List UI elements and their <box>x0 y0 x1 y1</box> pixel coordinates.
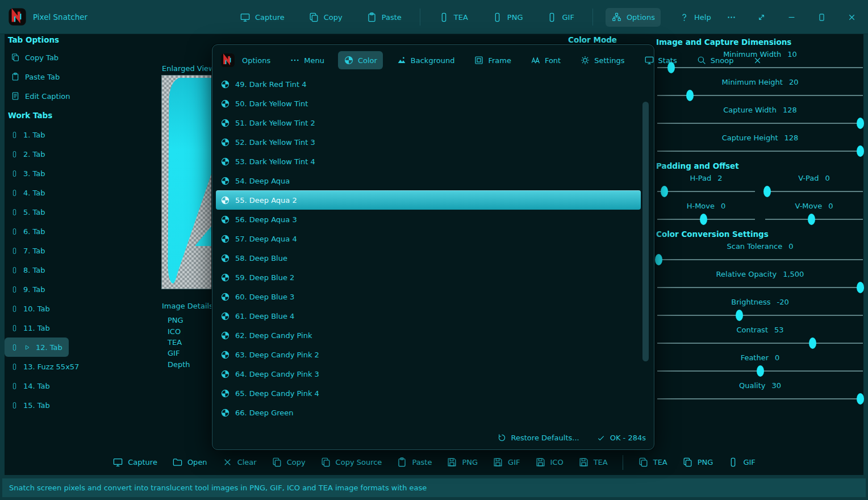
work-tab-10-tab[interactable]: 10. Tab <box>5 299 56 318</box>
work-tab-5-tab[interactable]: 5. Tab <box>5 202 52 222</box>
v-move-slider-track[interactable] <box>764 213 864 226</box>
color-item-57-deep-aqua-4[interactable]: 57. Deep Aqua 4 <box>216 229 641 248</box>
sidebar-edit-caption-button[interactable]: Edit Caption <box>5 86 77 106</box>
dialog-tab-settings[interactable]: Settings <box>574 51 630 69</box>
color-item-65-deep-candy-pink-4[interactable]: 65. Deep Candy Pink 4 <box>216 384 641 403</box>
ok-button[interactable]: OK - 284s <box>596 434 646 443</box>
color-item-53-dark-yellow-tint-4[interactable]: 53. Dark Yellow Tint 4 <box>216 152 641 171</box>
v-move-slider-thumb[interactable] <box>808 214 815 225</box>
scan-tolerance-slider-thumb[interactable] <box>655 254 662 265</box>
v-pad-slider-thumb[interactable] <box>763 186 771 197</box>
bottombar-paste-button[interactable]: Paste <box>397 457 432 468</box>
work-tab-2-tab[interactable]: 2. Tab <box>5 144 52 164</box>
feather-slider-thumb[interactable] <box>757 365 764 377</box>
h-pad-slider-track[interactable] <box>656 185 756 198</box>
expand-button[interactable] <box>757 13 766 22</box>
work-tab-7-tab[interactable]: 7. Tab <box>5 241 52 260</box>
bottombar-copy-button[interactable]: Copy <box>272 457 306 468</box>
bottombar-gif-button[interactable]: GIF <box>728 457 755 468</box>
sidebar-copy-tab-button[interactable]: Copy Tab <box>5 48 65 67</box>
color-item-54-deep-aqua[interactable]: 54. Deep Aqua <box>216 171 641 190</box>
color-item-63-deep-candy-pink-2[interactable]: 63. Deep Candy Pink 2 <box>216 345 641 364</box>
minimum-height-slider-thumb[interactable] <box>686 90 694 101</box>
color-item-56-deep-aqua-3[interactable]: 56. Deep Aqua 3 <box>216 210 641 229</box>
color-item-49-dark-red-tint-4[interactable]: 49. Dark Red Tint 4 <box>216 74 641 94</box>
contrast-slider-thumb[interactable] <box>809 338 816 349</box>
restore-defaults-button[interactable]: Restore Defaults... <box>497 433 579 443</box>
topbar-options-button[interactable]: Options <box>606 8 661 27</box>
work-tab-3-tab[interactable]: 3. Tab <box>5 164 52 183</box>
h-move-slider-track[interactable] <box>656 213 756 226</box>
brightness-slider-thumb[interactable] <box>736 310 743 321</box>
color-item-62-deep-candy-pink[interactable]: 62. Deep Candy Pink <box>216 326 641 345</box>
dialog-tab-background[interactable]: Background <box>391 51 461 69</box>
dialog-close-button[interactable] <box>753 56 762 65</box>
topbar-paste-button[interactable]: Paste <box>361 8 407 27</box>
topbar-gif-button[interactable]: GIF <box>541 8 579 27</box>
bottombar-png-button[interactable]: PNG <box>682 457 713 468</box>
work-tab-1-tab[interactable]: 1. Tab <box>5 125 52 144</box>
color-item-58-deep-blue[interactable]: 58. Deep Blue <box>216 248 641 268</box>
color-item-64-deep-candy-pink-3[interactable]: 64. Deep Candy Pink 3 <box>216 364 641 384</box>
color-item-60-deep-blue-3[interactable]: 60. Deep Blue 3 <box>216 287 641 306</box>
bottombar-capture-button[interactable]: Capture <box>112 457 157 468</box>
work-tab-9-tab[interactable]: 9. Tab <box>5 280 52 299</box>
dialog-tab-color[interactable]: Color <box>338 51 383 69</box>
work-tab-14-tab[interactable]: 14. Tab <box>5 376 56 395</box>
dialog-tab-snoop[interactable]: Snoop <box>691 51 740 69</box>
work-tab-11-tab[interactable]: 11. Tab <box>5 318 56 338</box>
capture-height-slider-track[interactable] <box>656 145 864 158</box>
work-tab-4-tab[interactable]: 4. Tab <box>5 183 52 202</box>
scan-tolerance-slider-track[interactable] <box>656 253 864 266</box>
quality-slider-track[interactable] <box>656 393 864 406</box>
topbar-help-button[interactable]: Help <box>673 8 717 27</box>
minimum-height-slider-track[interactable] <box>656 89 864 102</box>
bottombar-png-button[interactable]: PNG <box>446 457 478 468</box>
capture-height-slider-thumb[interactable] <box>857 145 864 157</box>
quality-slider-thumb[interactable] <box>857 393 864 405</box>
bottombar-tea-button[interactable]: TEA <box>578 457 608 468</box>
color-item-61-deep-blue-4[interactable]: 61. Deep Blue 4 <box>216 306 641 326</box>
relative-opacity-slider-track[interactable] <box>656 281 864 294</box>
bottombar-tea-button[interactable]: TEA <box>638 457 667 468</box>
color-item-66-deep-green[interactable]: 66. Deep Green <box>216 403 641 422</box>
maximize-button[interactable] <box>817 13 827 22</box>
h-move-slider-thumb[interactable] <box>700 214 707 225</box>
brightness-slider-track[interactable] <box>656 309 864 322</box>
close-button[interactable] <box>847 13 857 22</box>
work-tab-13-fuzz-55x57[interactable]: 13. Fuzz 55x57 <box>5 357 85 376</box>
color-item-52-dark-yellow-tint-3[interactable]: 52. Dark Yellow Tint 3 <box>216 132 641 152</box>
dialog-tab-stats[interactable]: Stats <box>639 51 683 69</box>
dialog-tab-frame[interactable]: Frame <box>468 51 517 69</box>
topbar-tea-button[interactable]: TEA <box>433 8 474 27</box>
contrast-slider-track[interactable] <box>656 337 864 350</box>
capture-width-slider-thumb[interactable] <box>857 118 864 129</box>
topbar-png-button[interactable]: PNG <box>486 8 529 27</box>
minimize-button[interactable] <box>787 13 796 22</box>
work-tab-6-tab[interactable]: 6. Tab <box>5 222 52 241</box>
h-pad-slider-thumb[interactable] <box>661 186 668 197</box>
color-item-55-deep-aqua-2[interactable]: 55. Deep Aqua 2 <box>216 190 641 210</box>
color-item-50-dark-yellow-tint[interactable]: 50. Dark Yellow Tint <box>216 94 641 113</box>
color-item-59-deep-blue-2[interactable]: 59. Deep Blue 2 <box>216 268 641 287</box>
bottombar-open-button[interactable]: Open <box>172 457 207 468</box>
relative-opacity-slider-thumb[interactable] <box>857 282 864 293</box>
topbar-capture-button[interactable]: Capture <box>234 8 290 27</box>
bottombar-clear-button[interactable]: Clear <box>222 457 257 468</box>
v-pad-slider-track[interactable] <box>764 185 864 198</box>
bottombar-gif-button[interactable]: GIF <box>493 457 520 468</box>
dialog-tab-font[interactable]: Font <box>525 51 566 69</box>
work-tab-8-tab[interactable]: 8. Tab <box>5 260 52 280</box>
bottombar-ico-button[interactable]: ICO <box>535 457 564 468</box>
work-tab-12-tab[interactable]: 12. Tab <box>5 338 69 357</box>
color-list-scrollbar[interactable] <box>642 102 649 361</box>
bottombar-copy-source-button[interactable]: Copy Source <box>320 457 382 468</box>
dialog-tab-menu[interactable]: Menu <box>284 51 330 69</box>
work-tab-15-tab[interactable]: 15. Tab <box>5 395 56 415</box>
capture-width-slider-track[interactable] <box>656 117 864 130</box>
sidebar-paste-tab-button[interactable]: Paste Tab <box>5 67 66 86</box>
color-item-51-dark-yellow-tint-2[interactable]: 51. Dark Yellow Tint 2 <box>216 113 641 132</box>
more-button[interactable] <box>727 13 736 22</box>
feather-slider-track[interactable] <box>656 365 864 378</box>
topbar-copy-button[interactable]: Copy <box>303 8 348 27</box>
